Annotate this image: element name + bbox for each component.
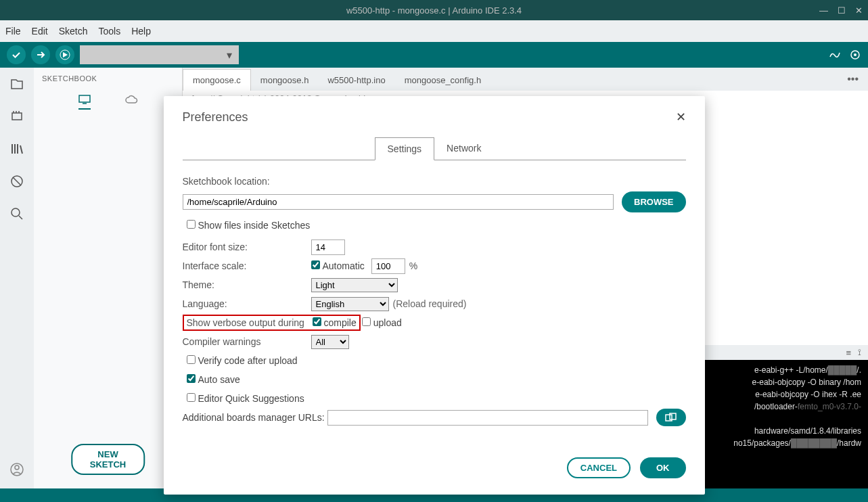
menu-file[interactable]: File bbox=[5, 26, 21, 37]
tab-settings[interactable]: Settings bbox=[375, 137, 435, 160]
verbose-output-highlight: Show verbose output during compile bbox=[183, 315, 361, 331]
window-title: w5500-http - mongoose.c | Arduino IDE 2.… bbox=[346, 5, 522, 16]
tab-network[interactable]: Network bbox=[434, 137, 493, 160]
show-files-label: Show files inside Sketches bbox=[198, 220, 311, 231]
scale-input[interactable] bbox=[371, 258, 405, 274]
menu-tools[interactable]: Tools bbox=[99, 26, 121, 37]
verbose-compile-checkbox[interactable] bbox=[313, 317, 321, 326]
show-files-checkbox[interactable] bbox=[187, 220, 196, 229]
boards-urls-input[interactable] bbox=[327, 410, 648, 426]
font-size-label: Editor font size: bbox=[183, 242, 311, 252]
minimize-icon[interactable]: — bbox=[819, 5, 828, 16]
close-window-icon[interactable]: ✕ bbox=[855, 5, 863, 16]
maximize-icon[interactable]: ☐ bbox=[838, 5, 846, 16]
verify-after-label: Verify code after upload bbox=[198, 355, 298, 366]
theme-label: Theme: bbox=[183, 279, 311, 290]
browse-button[interactable]: BROWSE bbox=[622, 191, 686, 212]
font-size-input[interactable] bbox=[311, 239, 345, 255]
menu-help[interactable]: Help bbox=[131, 26, 151, 37]
auto-save-label: Auto save bbox=[198, 374, 240, 385]
verify-after-upload-checkbox[interactable] bbox=[187, 355, 196, 364]
language-select[interactable]: English bbox=[311, 297, 389, 311]
interface-scale-label: Interface scale: bbox=[183, 260, 311, 271]
verbose-output-label: Show verbose output during bbox=[187, 317, 313, 328]
menu-sketch[interactable]: Sketch bbox=[59, 26, 88, 37]
compile-label: compile bbox=[324, 317, 357, 328]
sketchbook-path-input[interactable] bbox=[183, 194, 614, 210]
quick-suggestions-checkbox[interactable] bbox=[187, 393, 196, 402]
verbose-upload-checkbox[interactable] bbox=[362, 317, 371, 326]
window-titlebar: w5500-http - mongoose.c | Arduino IDE 2.… bbox=[0, 0, 868, 20]
compiler-warnings-label: Compiler warnings bbox=[183, 336, 311, 347]
automatic-label: Automatic bbox=[323, 260, 365, 271]
percent-label: % bbox=[409, 260, 417, 271]
ok-button[interactable]: OK bbox=[640, 457, 686, 478]
sketchbook-location-label: Sketchbook location: bbox=[183, 176, 270, 187]
compiler-warnings-select[interactable]: All bbox=[311, 335, 349, 349]
menu-edit[interactable]: Edit bbox=[32, 26, 48, 37]
automatic-scale-checkbox[interactable] bbox=[311, 260, 320, 269]
modal-overlay: Preferences ✕ Settings Network Sketchboo… bbox=[0, 42, 868, 502]
dialog-title: Preferences bbox=[183, 110, 248, 124]
upload-label: upload bbox=[373, 317, 402, 328]
boards-urls-label: Additional boards manager URLs: bbox=[183, 412, 325, 423]
theme-select[interactable]: Light bbox=[311, 278, 398, 292]
preferences-dialog: Preferences ✕ Settings Network Sketchboo… bbox=[164, 96, 705, 495]
cancel-button[interactable]: CANCEL bbox=[567, 457, 631, 478]
boards-urls-expand-button[interactable] bbox=[656, 409, 686, 426]
auto-save-checkbox[interactable] bbox=[187, 374, 196, 383]
close-icon[interactable]: ✕ bbox=[676, 110, 686, 124]
menu-bar: File Edit Sketch Tools Help bbox=[0, 20, 868, 42]
quick-suggestions-label: Editor Quick Suggestions bbox=[198, 393, 304, 404]
reload-required-label: (Reload required) bbox=[393, 298, 467, 309]
language-label: Language: bbox=[183, 298, 311, 309]
